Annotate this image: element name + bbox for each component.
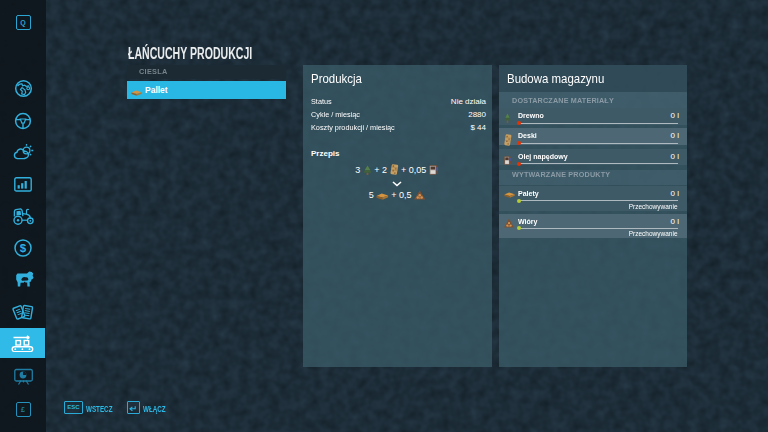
svg-text:$: $ (20, 242, 27, 254)
